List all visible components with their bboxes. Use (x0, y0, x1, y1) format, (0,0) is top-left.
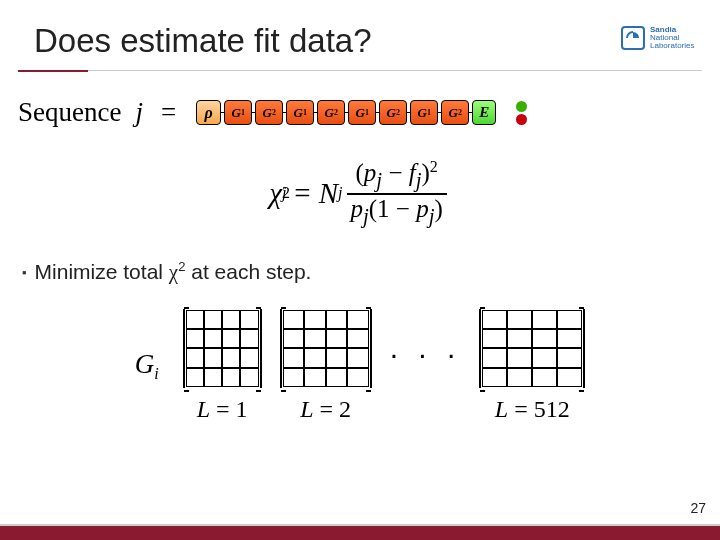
page-title: Does estimate fit data? (34, 22, 372, 60)
fraction: (pj − fj)2 pj(1 − pj) (347, 158, 447, 229)
dot-red (516, 114, 527, 125)
gate-g2: G2 (379, 100, 407, 125)
chi-symbol: χ (269, 177, 282, 210)
sequence-eq: = (161, 97, 176, 128)
matrix-L2 (280, 309, 372, 388)
gate-g2: G2 (255, 100, 283, 125)
chi-squared-formula: χ 2j = Nj (pj − fj)2 pj(1 − pj) (0, 158, 720, 229)
N-sub: j (338, 184, 342, 202)
footer-bar (0, 524, 720, 540)
ellipsis: · · · (390, 337, 462, 395)
matrix-L1 (183, 309, 262, 388)
L-label-512: L = 512 (495, 396, 570, 423)
sandia-label: SandiaNationalLaboratories (650, 26, 700, 50)
bullet-text-pre: Minimize total (35, 260, 169, 283)
numerator: (pj − fj)2 (352, 158, 442, 193)
gate-g2: G2 (441, 100, 469, 125)
title-rule (18, 70, 702, 71)
Gi-label: Gi (135, 349, 159, 383)
gate-E: E (472, 100, 496, 125)
sandia-logo-block: SandiaNationalLaboratories (621, 26, 700, 50)
gate-sequence: ρ G1 G2 G1 G2 G1 G2 G1 G2 E (196, 100, 496, 125)
sequence-var: j (135, 97, 143, 128)
measurement-dots (516, 101, 527, 125)
matrix-col-512: L = 512 (479, 309, 585, 423)
matrices-row: Gi L = 1 L = 2 · · · L = 512 (0, 309, 720, 423)
L-label-2: L = 2 (300, 396, 351, 423)
gate-rho: ρ (196, 100, 221, 125)
L-label-1: L = 1 (197, 396, 248, 423)
matrix-col-1: L = 1 (183, 309, 262, 423)
denominator: pj(1 − pj) (347, 195, 447, 229)
bullet-marker: ▪ (22, 265, 27, 280)
sequence-label: Sequence (18, 97, 121, 128)
eq-sign: = (294, 177, 310, 210)
sandia-icon (621, 26, 645, 50)
sequence-row: Sequence j = ρ G1 G2 G1 G2 G1 G2 G1 G2 E (18, 97, 720, 128)
gate-g1: G1 (410, 100, 438, 125)
chi-sub: j (282, 184, 286, 202)
gate-g1: G1 (286, 100, 314, 125)
matrix-col-2: L = 2 (280, 309, 372, 423)
gate-g1: G1 (224, 100, 252, 125)
bullet-text-post: at each step. (185, 260, 311, 283)
N-symbol: N (319, 177, 338, 210)
gate-g1: G1 (348, 100, 376, 125)
gate-g2: G2 (317, 100, 345, 125)
matrix-L512 (479, 309, 585, 388)
bullet-minimize: ▪Minimize total χ2 at each step. (22, 259, 720, 285)
page-number: 27 (690, 500, 706, 516)
bullet-chi: χ (169, 260, 178, 284)
dot-green (516, 101, 527, 112)
